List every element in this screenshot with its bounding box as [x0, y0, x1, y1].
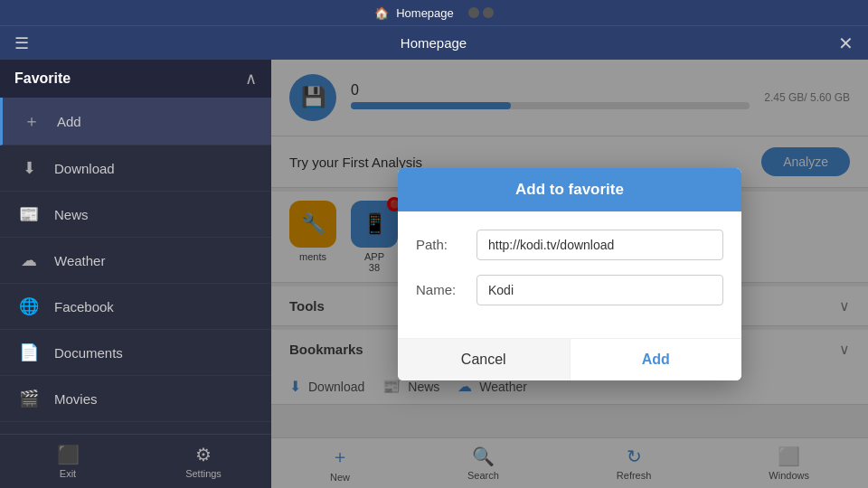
- sidebar-item-news[interactable]: 📰 News: [0, 192, 271, 238]
- home-icon: 🏠: [374, 6, 389, 20]
- cancel-button[interactable]: Cancel: [398, 339, 571, 380]
- facebook-icon: 🌐: [18, 296, 40, 316]
- sidebar-item-app[interactable]: 📱 APP: [0, 422, 271, 434]
- sidebar-item-weather[interactable]: ☁ Weather: [0, 238, 271, 284]
- add-button[interactable]: Add: [571, 339, 742, 380]
- sidebar-header: Favorite ∧: [0, 60, 271, 98]
- sidebar-label-movies: Movies: [54, 391, 98, 407]
- dialog-overlay: Add to favorite Path: Name: Cancel Add: [271, 60, 868, 488]
- news-icon: 📰: [18, 204, 40, 224]
- movies-icon: 🎬: [18, 389, 40, 408]
- nav-settings-label: Settings: [185, 468, 222, 479]
- dot1: [468, 7, 479, 18]
- sidebar-title: Favorite: [14, 70, 71, 87]
- weather-icon: ☁: [18, 250, 40, 270]
- name-input[interactable]: [476, 275, 723, 305]
- download-icon: ⬇: [18, 158, 40, 178]
- dialog-header: Add to favorite: [398, 168, 741, 211]
- bottom-nav: ⬛ Exit ⚙ Settings: [0, 434, 271, 488]
- sidebar-collapse-icon[interactable]: ∧: [245, 69, 257, 89]
- sidebar-label-weather: Weather: [54, 253, 105, 268]
- sidebar-item-download[interactable]: ⬇ Download: [0, 145, 271, 192]
- hamburger-icon[interactable]: ☰: [14, 33, 29, 53]
- top-bar-title: Homepage: [396, 6, 454, 20]
- close-button[interactable]: ✕: [838, 33, 854, 54]
- sidebar-item-add[interactable]: ＋ Add: [0, 98, 271, 145]
- second-bar-title: Homepage: [29, 35, 838, 51]
- exit-icon: ⬛: [57, 444, 80, 465]
- dialog-body: Path: Name:: [398, 211, 741, 338]
- main-layout: Favorite ∧ ＋ Add ⬇ Download 📰 News ☁ Wea…: [0, 60, 868, 488]
- sidebar-label-facebook: Facebook: [54, 299, 114, 314]
- add-icon: ＋: [21, 110, 42, 132]
- dialog-actions: Cancel Add: [398, 338, 741, 380]
- nav-exit-label: Exit: [60, 468, 76, 479]
- content-area: 💾 0 2.45 GB/ 5.60 GB Try your First Anal…: [271, 60, 868, 488]
- dot2: [483, 7, 494, 18]
- dialog-title: Add to favorite: [515, 181, 624, 198]
- settings-icon: ⚙: [195, 444, 212, 465]
- name-field: Name:: [416, 275, 723, 305]
- path-label: Path:: [416, 237, 466, 252]
- sidebar-item-documents[interactable]: 📄 Documents: [0, 330, 271, 376]
- top-bar-dots: [468, 7, 494, 18]
- path-input[interactable]: [476, 230, 723, 260]
- documents-icon: 📄: [18, 343, 40, 362]
- sidebar-item-movies[interactable]: 🎬 Movies: [0, 376, 271, 422]
- path-field: Path:: [416, 230, 723, 260]
- nav-settings[interactable]: ⚙ Settings: [176, 444, 231, 479]
- add-to-favorite-dialog: Add to favorite Path: Name: Cancel Add: [398, 168, 741, 380]
- name-label: Name:: [416, 282, 466, 297]
- sidebar-label-download: Download: [54, 161, 115, 176]
- sidebar-items: ＋ Add ⬇ Download 📰 News ☁ Weather 🌐 Face…: [0, 98, 271, 434]
- sidebar: Favorite ∧ ＋ Add ⬇ Download 📰 News ☁ Wea…: [0, 60, 271, 488]
- nav-exit[interactable]: ⬛ Exit: [41, 444, 95, 479]
- sidebar-label-add: Add: [57, 114, 81, 129]
- second-bar: ☰ Homepage ✕: [0, 25, 868, 60]
- sidebar-item-facebook[interactable]: 🌐 Facebook: [0, 284, 271, 330]
- top-bar: 🏠 Homepage: [0, 0, 868, 25]
- sidebar-label-news: News: [54, 207, 89, 222]
- sidebar-label-documents: Documents: [54, 345, 123, 361]
